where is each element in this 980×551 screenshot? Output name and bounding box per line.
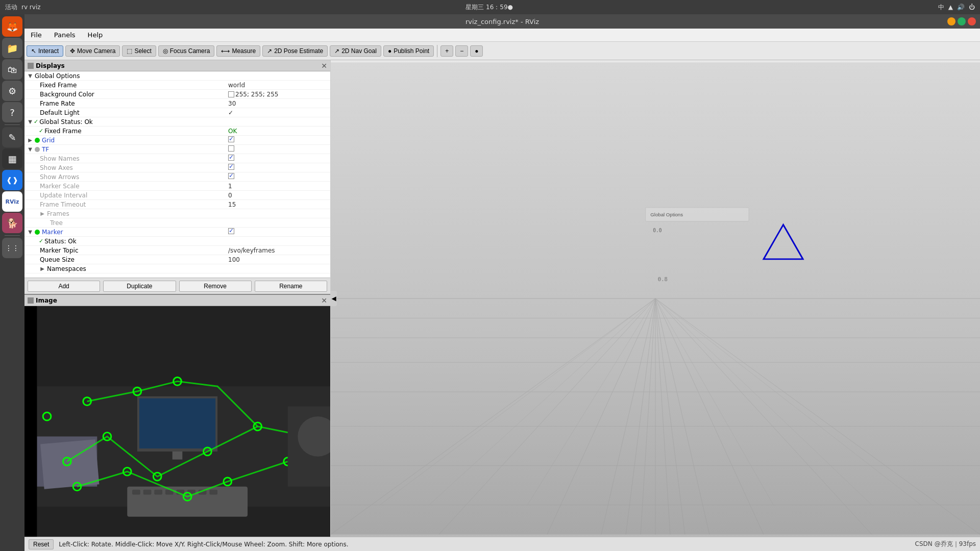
svg-rect-12 (139, 398, 215, 448)
app-main: rviz_config.rviz* - RViz File Panels Hel… (24, 14, 980, 551)
dock-software[interactable]: 🛍 (2, 59, 22, 80)
tree-row-show-axes[interactable]: Show Axes (24, 163, 330, 172)
app-indicator[interactable]: rv rviz (21, 4, 41, 11)
expand-global-status[interactable]: ▼ (27, 118, 34, 126)
menu-panels[interactable]: Panels (51, 30, 79, 40)
tf-status-dot (35, 147, 40, 152)
tree-row-global-options[interactable]: ▼ Global Options (24, 71, 330, 81)
expand-tf[interactable]: ▼ (27, 146, 34, 153)
tree-row-fixed-frame-status[interactable]: ✓ Fixed Frame OK (24, 127, 330, 136)
dock-vscode[interactable]: ❰❱ (2, 170, 22, 190)
marker-check[interactable] (228, 228, 234, 234)
tree-row-default-light[interactable]: Default Light ✓ (24, 108, 330, 117)
namespaces-label: Namespaces (46, 265, 330, 272)
dock-gimp[interactable]: 🐕 (2, 213, 22, 233)
tree-row-tf[interactable]: ▼ TF (24, 145, 330, 154)
update-interval-value: 0 (228, 192, 330, 199)
tree-row-marker-scale[interactable]: Marker Scale 1 (24, 182, 330, 191)
measure-button[interactable]: ⟷ Measure (216, 45, 260, 57)
tree-area[interactable]: ▼ Global Options Fixed Frame world (24, 71, 330, 278)
displays-panel-close[interactable]: ✕ (321, 62, 327, 70)
menu-bar: File Panels Help (24, 29, 980, 42)
show-arrows-label: Show Arrows (39, 173, 228, 181)
dock-grid[interactable]: ⋮⋮ (2, 238, 22, 258)
interact-button[interactable]: ↖ Interact (27, 45, 63, 57)
zoom-out-button[interactable]: − (455, 45, 468, 57)
expand-marker[interactable]: ▼ (27, 229, 34, 236)
update-interval-label: Update Interval (39, 192, 228, 199)
expand-frames[interactable]: ▶ (39, 210, 46, 217)
zoom-in-button[interactable]: + (440, 45, 453, 57)
dock-firefox[interactable]: 🦊 (2, 16, 22, 37)
expand-grid[interactable]: ▶ (27, 137, 34, 144)
rename-button[interactable]: Rename (255, 281, 327, 292)
menu-help[interactable]: Help (85, 30, 106, 40)
move-camera-button[interactable]: ✥ Move Camera (65, 45, 120, 57)
tree-row-marker-status[interactable]: ✓ Status: Ok (24, 237, 330, 246)
focus-camera-button[interactable]: ◎ Focus Camera (158, 45, 215, 57)
add-button[interactable]: Add (28, 281, 100, 292)
tree-row-update-interval[interactable]: Update Interval 0 (24, 191, 330, 200)
tree-row-tree[interactable]: Tree (24, 218, 330, 228)
tree-row-frame-timeout[interactable]: Frame Timeout 15 (24, 200, 330, 209)
move-camera-icon: ✥ (70, 47, 75, 55)
grid-checkbox[interactable] (228, 136, 330, 144)
dock-settings[interactable]: ⚙ (2, 81, 22, 101)
focus-camera-label: Focus Camera (170, 47, 210, 55)
viewport[interactable]: ◀ (331, 60, 980, 537)
grid-check[interactable] (228, 136, 234, 142)
image-panel-header: Image ✕ (24, 295, 330, 306)
reset-button[interactable]: Reset (29, 539, 54, 549)
svg-rect-3 (132, 490, 140, 495)
tree-row-grid[interactable]: ▶ Grid (24, 136, 330, 145)
tree-row-namespaces[interactable]: ▶ Namespaces (24, 264, 330, 273)
expand-namespaces[interactable]: ▶ (39, 265, 46, 272)
maximize-button[interactable] (958, 17, 966, 26)
publish-point-button[interactable]: ● Publish Point (383, 45, 434, 57)
dock-text-editor[interactable]: ✎ (2, 127, 22, 147)
image-panel-close[interactable]: ✕ (321, 296, 327, 305)
tree-row-marker-topic[interactable]: Marker Topic /svo/keyframes (24, 246, 330, 255)
pose-estimate-icon: ↗ (267, 47, 272, 55)
svg-text:Global Options: Global Options (650, 212, 683, 217)
show-axes-check[interactable] (228, 164, 234, 170)
tf-checkbox[interactable] (228, 145, 330, 153)
tree-row-show-names[interactable]: Show Names (24, 154, 330, 163)
show-arrows-check[interactable] (228, 173, 234, 179)
duplicate-button[interactable]: Duplicate (103, 281, 176, 292)
minimize-button[interactable] (947, 17, 955, 26)
pose-estimate-button[interactable]: ↗ 2D Pose Estimate (262, 45, 328, 57)
select-button[interactable]: ⬚ Select (122, 45, 156, 57)
zoom-reset-button[interactable]: ● (470, 45, 483, 57)
tree-row-marker[interactable]: ▼ Marker (24, 228, 330, 237)
dock-files[interactable]: 📁 (2, 38, 22, 58)
dock-help[interactable]: ? (2, 102, 22, 122)
show-names-check[interactable] (228, 155, 234, 161)
svg-rect-5 (154, 490, 162, 495)
remove-button[interactable]: Remove (179, 281, 252, 292)
bg-color-box[interactable] (228, 91, 234, 97)
tree-row-bg-color[interactable]: Background Color 255; 255; 255 (24, 90, 330, 99)
tree-row-global-status[interactable]: ▼ ✓ Global Status: Ok (24, 117, 330, 127)
image-panel: Image ✕ (24, 295, 330, 537)
tree-row-show-arrows[interactable]: Show Arrows (24, 172, 330, 182)
menu-file[interactable]: File (28, 30, 45, 40)
tree-row-frame-rate[interactable]: Frame Rate 30 (24, 99, 330, 108)
tree-row-queue-size[interactable]: Queue Size 100 (24, 255, 330, 264)
focus-camera-icon: ◎ (163, 47, 168, 55)
tf-check[interactable] (228, 145, 234, 152)
tree-row-fixed-frame[interactable]: Fixed Frame world (24, 81, 330, 90)
lang-indicator[interactable]: 中 (938, 3, 944, 12)
dock-terminal[interactable]: ▦ (2, 148, 22, 169)
show-names-label: Show Names (39, 155, 228, 162)
nav-goal-button[interactable]: ↗ 2D Nav Goal (330, 45, 381, 57)
system-bar-right: 中 ▲ 🔊 ⏻ (938, 3, 975, 12)
system-bar-center: 星期三 16：59● (465, 3, 513, 12)
dock-rviz[interactable]: RViz (2, 191, 22, 212)
expand-global-options[interactable]: ▼ (27, 72, 34, 80)
marker-checkbox[interactable] (228, 228, 330, 236)
tree-row-frames[interactable]: ▶ Frames (24, 209, 330, 218)
viewport-collapse-btn[interactable]: ◀ (331, 291, 337, 306)
activities-label[interactable]: 活动 (5, 3, 17, 12)
close-button[interactable] (968, 17, 976, 26)
